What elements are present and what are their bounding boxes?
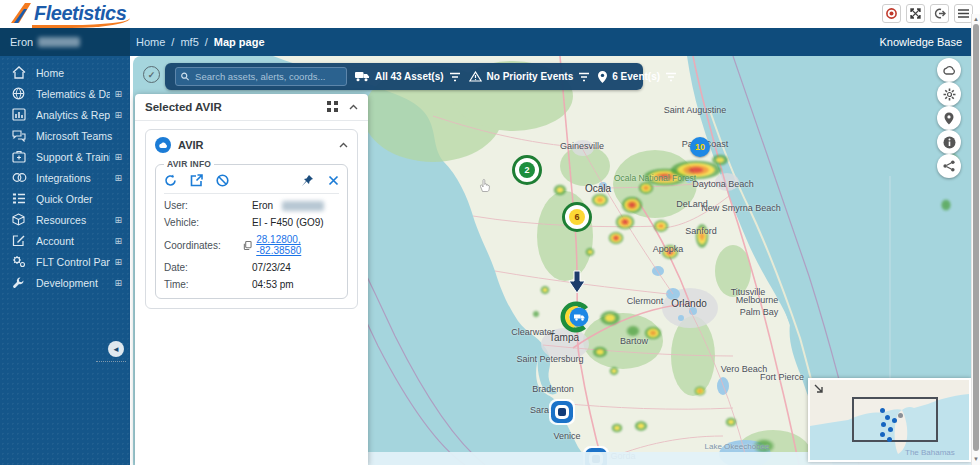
overview-minimap[interactable]: The Bahamas (808, 378, 971, 462)
sidebar-item-quick-order[interactable]: Quick Order (0, 188, 130, 209)
fullscreen-icon (910, 8, 921, 19)
weather-layer-button[interactable] (937, 58, 961, 82)
locate-button[interactable] (937, 106, 961, 130)
scroll-down-arrow[interactable]: ▼ (972, 456, 980, 462)
field-date: Date: 07/23/24 (164, 262, 339, 273)
heat-blob (625, 325, 641, 338)
expand-icon[interactable]: ⊞ (114, 257, 122, 267)
wrench-icon (12, 276, 28, 290)
search-icon (181, 72, 189, 81)
sidebar: Home Telematics & DashCam ⊞ Analytics & … (0, 56, 130, 465)
minimap-dot (881, 422, 886, 427)
minimap-dot (892, 418, 897, 423)
minimap-toggle-icon[interactable] (814, 384, 824, 394)
avir-card-title: AVIR (178, 139, 332, 151)
signout-button[interactable] (930, 4, 949, 23)
share-button[interactable] (937, 154, 961, 178)
filter-icon[interactable] (578, 72, 590, 82)
expand-icon[interactable]: ⊞ (114, 152, 122, 162)
sidebar-item-teams[interactable]: Microsoft Teams (0, 125, 130, 146)
share-icon (943, 160, 955, 172)
assets-filter[interactable]: All 43 Asset(s) (355, 71, 461, 82)
scroll-up-arrow[interactable]: ▲ (972, 16, 980, 22)
open-in-new-icon[interactable] (190, 174, 203, 187)
map-toolbar: All 43 Asset(s) No Priority Events 6 Eve… (165, 63, 643, 90)
expand-grid-icon[interactable] (327, 101, 339, 113)
sidebar-item-telematics[interactable]: Telematics & DashCam ⊞ (0, 83, 130, 104)
fullscreen-button[interactable] (906, 4, 925, 23)
pin-icon[interactable] (301, 174, 315, 187)
expand-icon[interactable]: ⊞ (114, 89, 122, 99)
expand-icon[interactable]: ⊞ (114, 215, 122, 225)
block-icon[interactable] (216, 174, 229, 187)
sidebar-item-resources[interactable]: Resources ⊞ (0, 209, 130, 230)
event-count-marker[interactable]: 10 (690, 137, 710, 157)
sidebar-item-analytics[interactable]: Analytics & Reports ⊞ (0, 104, 130, 125)
refresh-icon[interactable] (164, 174, 177, 187)
filter-icon[interactable] (449, 72, 461, 82)
events-filter[interactable]: 6 Event(s) (598, 71, 677, 83)
coordinates-link[interactable]: 28.12800, -82.38580 (256, 234, 339, 256)
chevron-up-icon[interactable] (349, 104, 358, 110)
minimap-dot (887, 437, 892, 442)
select-check-icon[interactable]: ✓ (143, 66, 160, 83)
sidebar-item-support[interactable]: Support & Training ⊞ (0, 146, 130, 167)
fleetistics-logo[interactable]: Fleetistics (10, 1, 130, 28)
cluster-marker[interactable]: 6 (562, 202, 592, 232)
copy-icon[interactable] (243, 240, 252, 251)
expand-icon[interactable]: ⊞ (114, 278, 122, 288)
selection-arrow-icon (568, 270, 586, 294)
logo-arrow-icon (10, 1, 32, 25)
avir-actions-row (164, 171, 339, 194)
current-user[interactable]: Eron (0, 28, 130, 56)
heat-blob (634, 421, 648, 432)
heat-blob (694, 386, 706, 396)
header-buttons (882, 4, 973, 23)
app-window: Fleetistics (0, 0, 980, 465)
heat-blob (609, 367, 619, 376)
expand-icon[interactable]: ⊞ (114, 173, 122, 183)
search-input[interactable] (193, 70, 341, 83)
heat-blob (591, 193, 609, 207)
minimap-dot (880, 432, 885, 437)
scrollbar-thumb[interactable] (973, 24, 979, 451)
avir-card-header[interactable]: AVIR (155, 137, 348, 153)
page-scrollbar[interactable]: ▲ ▼ (971, 14, 980, 465)
chevron-up-icon[interactable] (339, 142, 348, 148)
map-info-button[interactable] (937, 130, 961, 154)
sidebar-collapse-button[interactable]: ◄ (108, 341, 124, 357)
heat-blob (532, 310, 540, 318)
map-search[interactable] (175, 67, 347, 86)
warning-triangle-icon (469, 71, 482, 82)
close-icon[interactable] (328, 175, 339, 186)
map-pin-icon (598, 71, 607, 83)
asset-dot-marker[interactable] (558, 408, 566, 416)
selected-avir-marker[interactable] (560, 300, 594, 334)
sidebar-item-home[interactable]: Home (0, 62, 130, 83)
breadcrumb-mf5[interactable]: mf5 (180, 36, 198, 48)
sidebar-item-development[interactable]: Development ⊞ (0, 272, 130, 293)
avir-card: AVIR AVIR INFO User: Eron Ve (145, 129, 358, 309)
cluster-marker[interactable]: 2 (512, 155, 542, 185)
record-button[interactable] (882, 4, 901, 23)
sidebar-item-account[interactable]: Account ⊞ (0, 230, 130, 251)
expand-icon[interactable]: ⊞ (114, 236, 122, 246)
heat-blob (611, 423, 623, 433)
heat-blob (615, 214, 635, 230)
knowledge-base-link[interactable]: Knowledge Base (879, 28, 962, 56)
user-value-redacted (282, 201, 324, 211)
cube-icon (12, 213, 28, 227)
heat-blob (621, 196, 643, 214)
map-settings-button[interactable] (937, 82, 961, 106)
priority-events-filter[interactable]: No Priority Events (469, 71, 591, 82)
heat-blob (695, 223, 709, 249)
sidebar-item-flt-control[interactable]: FLT Control Panel ⊞ (0, 251, 130, 272)
expand-icon[interactable]: ⊞ (114, 110, 122, 120)
cloud-icon (942, 65, 956, 75)
avir-info-fieldset: AVIR INFO User: Eron Vehicle: EI - F450 … (155, 159, 348, 299)
filter-icon[interactable] (665, 72, 677, 82)
sidebar-item-integrations[interactable]: Integrations ⊞ (0, 167, 130, 188)
breadcrumb-sep: / (171, 36, 174, 48)
top-header: Fleetistics (0, 0, 980, 28)
breadcrumb-home[interactable]: Home (136, 36, 165, 48)
